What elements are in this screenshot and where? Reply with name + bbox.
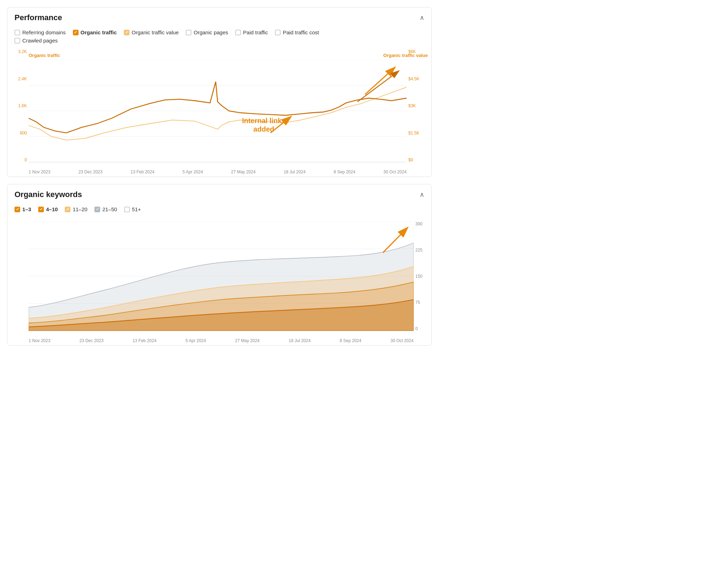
organic-keywords-title: Organic keywords (15, 190, 82, 199)
checkbox-paid-traffic-cost[interactable] (275, 30, 281, 35)
filter-label-kw-51plus: 51+ (132, 206, 141, 212)
filter-label-kw-21-50: 21–50 (102, 206, 117, 212)
kw-x-label-7: 30 Oct 2024 (391, 338, 414, 343)
y-label-left-1: 2.4K (11, 76, 27, 81)
performance-header: Performance ∧ (7, 7, 431, 28)
filter-kw-11-20[interactable]: 11–20 (65, 206, 87, 212)
checkbox-organic-traffic-value[interactable] (124, 30, 130, 35)
filter-kw-1-3[interactable]: 1–3 (15, 206, 31, 212)
filter-organic-traffic-value[interactable]: Organic traffic value (124, 29, 179, 35)
organic-keywords-header: Organic keywords ∧ (7, 184, 431, 205)
y-label-right-4: $0 (408, 157, 428, 162)
kw-x-label-4: 27 May 2024 (235, 338, 259, 343)
kw-y-label-2: 150 (415, 274, 430, 279)
kw-y-label-1: 225 (415, 248, 430, 253)
performance-y-labels-left: 3.2K 2.4K 1.6K 800 0 (11, 49, 27, 162)
performance-svg (29, 60, 407, 162)
filter-referring-domains[interactable]: Referring domains (15, 29, 66, 35)
x-label-3: 5 Apr 2024 (183, 169, 203, 174)
performance-axis-left-label: Organic traffic (29, 53, 60, 58)
kw-x-labels: 1 Nov 2023 23 Dec 2023 13 Feb 2024 5 Apr… (29, 338, 414, 343)
performance-section: Performance ∧ Referring domains Organic … (7, 7, 432, 177)
kw-x-label-6: 8 Sep 2024 (340, 338, 361, 343)
filter-kw-4-10[interactable]: 4–10 (38, 206, 58, 212)
kw-y-label-0: 300 (415, 221, 430, 226)
checkbox-kw-4-10[interactable] (38, 207, 44, 212)
kw-y-label-3: 75 (415, 300, 430, 305)
x-label-4: 27 May 2024 (231, 169, 255, 174)
y-label-right-1: $4.5K (408, 76, 428, 81)
filter-label-organic-traffic: Organic traffic (81, 29, 117, 35)
kw-x-label-2: 13 Feb 2024 (133, 338, 156, 343)
y-label-left-4: 0 (11, 157, 27, 162)
filter-label-paid-traffic: Paid traffic (243, 29, 268, 35)
checkbox-kw-11-20[interactable] (65, 207, 70, 212)
filter-paid-traffic-cost[interactable]: Paid traffic cost (275, 29, 319, 35)
kw-x-label-3: 5 Apr 2024 (185, 338, 206, 343)
checkbox-crawled-pages[interactable] (15, 38, 20, 44)
svg-line-5 (365, 67, 395, 94)
y-label-right-0: $6K (408, 49, 428, 54)
filter-label-paid-traffic-cost: Paid traffic cost (283, 29, 319, 35)
performance-annotation: Internal linksadded (242, 116, 286, 133)
filter-organic-pages[interactable]: Organic pages (186, 29, 228, 35)
filter-label-kw-4-10: 4–10 (46, 206, 58, 212)
kw-svg (29, 221, 414, 331)
kw-x-label-1: 23 Dec 2023 (80, 338, 104, 343)
y-label-left-3: 800 (11, 131, 27, 136)
filter-label-kw-1-3: 1–3 (22, 206, 31, 212)
organic-keywords-collapse-icon[interactable]: ∧ (420, 191, 424, 198)
checkbox-kw-21-50[interactable] (94, 207, 100, 212)
x-label-6: 8 Sep 2024 (334, 169, 355, 174)
filter-label-crawled-pages: Crawled pages (22, 38, 58, 44)
checkbox-organic-pages[interactable] (186, 30, 191, 35)
checkbox-organic-traffic[interactable] (73, 30, 79, 35)
y-label-right-3: $1.5K (408, 131, 428, 136)
kw-y-labels-right: 300 225 150 75 0 (415, 221, 430, 331)
performance-chart-container: Organic traffic Organic traffic value 3.… (7, 49, 431, 177)
y-label-left-2: 1.6K (11, 103, 27, 108)
x-label-0: 1 Nov 2023 (29, 169, 50, 174)
filter-paid-traffic[interactable]: Paid traffic (235, 29, 268, 35)
organic-keywords-chart-area (29, 221, 414, 331)
filter-organic-traffic[interactable]: Organic traffic (73, 29, 117, 35)
filter-label-organic-traffic-value: Organic traffic value (132, 29, 179, 35)
x-label-2: 13 Feb 2024 (131, 169, 154, 174)
filter-kw-21-50[interactable]: 21–50 (94, 206, 117, 212)
performance-y-labels-right: $6K $4.5K $3K $1.5K $0 (408, 49, 428, 162)
kw-y-label-4: 0 (415, 326, 430, 331)
y-label-left-0: 3.2K (11, 49, 27, 54)
checkbox-kw-51plus[interactable] (124, 207, 130, 212)
filter-kw-51plus[interactable]: 51+ (124, 206, 141, 212)
x-label-1: 23 Dec 2023 (79, 169, 103, 174)
performance-title: Performance (15, 13, 62, 22)
x-label-5: 18 Jul 2024 (284, 169, 306, 174)
checkbox-paid-traffic[interactable] (235, 30, 241, 35)
performance-collapse-icon[interactable]: ∧ (420, 14, 424, 22)
kw-x-label-0: 1 Nov 2023 (29, 338, 50, 343)
filter-label-organic-pages: Organic pages (194, 29, 228, 35)
organic-keywords-filters: 1–3 4–10 11–20 21–50 51+ (7, 205, 431, 218)
performance-x-labels: 1 Nov 2023 23 Dec 2023 13 Feb 2024 5 Apr… (29, 169, 407, 174)
filter-label-referring-domains: Referring domains (22, 29, 66, 35)
organic-keywords-section: Organic keywords ∧ 1–3 4–10 11–20 21–50 … (7, 184, 432, 346)
y-label-right-2: $3K (408, 103, 428, 108)
checkbox-kw-1-3[interactable] (15, 207, 20, 212)
checkbox-referring-domains[interactable] (15, 30, 20, 35)
performance-chart-area: Internal linksadded (29, 60, 407, 162)
performance-filters: Referring domains Organic traffic Organi… (7, 28, 431, 49)
filter-label-kw-11-20: 11–20 (73, 206, 87, 212)
organic-keywords-chart-container: 300 225 150 75 0 (7, 218, 431, 345)
filter-crawled-pages[interactable]: Crawled pages (15, 38, 424, 44)
kw-x-label-5: 18 Jul 2024 (289, 338, 311, 343)
x-label-7: 30 Oct 2024 (384, 169, 407, 174)
